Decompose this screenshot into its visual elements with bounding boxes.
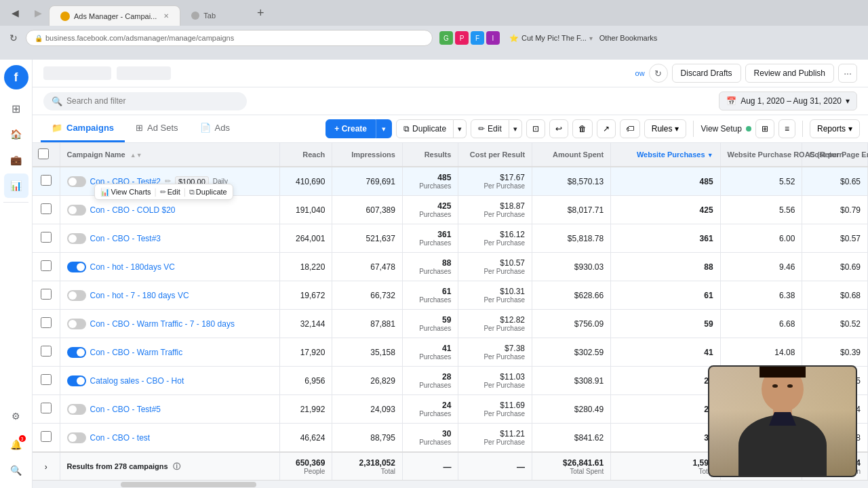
row-5-name[interactable]: Con - hot - 7 - 180 days VC [90,291,189,300]
rules-btn[interactable]: Rules ▾ [644,119,687,138]
row-3-toggle[interactable] [67,233,86,244]
row-2-checkbox[interactable] [41,203,52,214]
col-cost-per-result[interactable]: Cost per Result [458,143,532,167]
footer-info-icon[interactable]: ⓘ [173,462,180,470]
row-2-name[interactable]: Con - CBO - COLD $20 [90,205,176,215]
row-5-toggle[interactable] [67,290,86,301]
col-website-purchases[interactable]: Website Purchases ▼ [611,143,720,167]
ext-icon-1[interactable]: G [439,31,453,45]
row-9-toggle[interactable] [67,404,86,415]
edit-btn-group: ✏ Edit ▾ [471,119,522,138]
col-amount-spent[interactable]: Amount Spent [532,143,611,167]
adsets-icon: ⊞ [136,123,143,133]
expand-icon[interactable]: › [45,462,47,472]
row-1-checkbox[interactable] [41,175,52,186]
row-6-toggle[interactable] [67,319,86,329]
ext-icon-2[interactable]: P [455,31,469,45]
row-10-toggle[interactable] [67,432,86,443]
row-9-name[interactable]: Con - CBO - Test#5 [90,405,161,414]
ext-icon-3[interactable]: F [471,31,484,45]
row-4-name[interactable]: Con - hot - 180days VC [90,262,175,272]
row-4-checkbox[interactable] [41,260,52,271]
list-view-btn[interactable]: ≡ [778,119,795,138]
reload-btn[interactable]: ↻ [5,30,22,46]
bookmark-cutmypic[interactable]: Cut My Pic! The F... [521,34,587,42]
duplicate-dropdown-btn[interactable]: ▾ [454,119,467,138]
row-8-toggle[interactable] [67,375,86,386]
browser-tab-2[interactable]: Tab [182,5,250,26]
row-2-toggle[interactable] [67,205,86,216]
address-bar[interactable]: 🔒 business.facebook.com/adsmanager/manag… [26,30,433,46]
action-icon-1[interactable]: ⊡ [526,119,545,138]
col-impressions[interactable]: Impressions [332,143,403,167]
duplicate-btn[interactable]: ⧉ Duplicate [396,119,454,138]
duplicate-icon: ⧉ [403,124,410,134]
row-1-toggle[interactable] [67,176,86,187]
create-dropdown-btn[interactable]: ▾ [376,119,392,138]
row-3-name[interactable]: Con - CBO - Test#3 [90,234,161,243]
fb-logo[interactable]: f [4,65,28,89]
col-roas[interactable]: Website Purchase ROAS (Return [720,143,802,167]
nav-settings-icon[interactable]: ⚙ [4,404,28,428]
tag-btn[interactable]: 🏷 [620,119,640,138]
nav-home-icon[interactable]: 🏠 [4,122,28,146]
nav-ads-icon[interactable]: 📊 [4,174,28,198]
edit-btn[interactable]: ✏ Edit [471,119,509,138]
row-1-checkbox-cell[interactable] [33,167,60,196]
row-10-name[interactable]: Con - CBO - test [90,433,151,443]
undo-btn[interactable]: ↩ [549,119,568,138]
delete-btn[interactable]: 🗑 [572,119,593,138]
view-charts-btn[interactable]: View Charts [111,188,151,196]
row-5-checkbox[interactable] [41,289,52,300]
row-4-toggle[interactable] [67,262,86,272]
row-10-checkbox[interactable] [41,431,52,442]
inline-edit-btn[interactable]: Edit [167,188,180,196]
browser-forward-btn[interactable]: ▶ [28,3,47,22]
row-7-toggle[interactable] [67,347,86,358]
edit-dropdown-btn[interactable]: ▾ [509,119,522,138]
tab-adsets[interactable]: ⊞ Ad Sets [125,115,189,142]
nav-alert-icon[interactable]: 🔔 3 [4,432,28,457]
more-options-btn[interactable]: ··· [838,64,857,83]
discard-drafts-btn[interactable]: Discard Drafts [672,64,741,83]
col-reach[interactable]: Reach [279,143,332,167]
tab-close-btn[interactable]: ✕ [163,12,169,20]
row-9-checkbox[interactable] [41,403,52,413]
reports-btn[interactable]: Reports ▾ [810,119,860,138]
col-cost-per-page[interactable]: Cost per Page Engagement [802,143,868,167]
search-input[interactable] [66,96,239,106]
tab-ads[interactable]: 📄 Ads [189,115,241,142]
ext-icon-4[interactable]: I [486,31,500,45]
row-3-checkbox[interactable] [41,232,52,243]
grid-view-btn[interactable]: ⊞ [755,119,774,138]
inline-duplicate-btn[interactable]: Duplicate [196,188,227,196]
inline-action-bar: 📊 View Charts | ✏ Edit | ⧉ Duplicate [94,184,233,200]
row-7-checkbox[interactable] [41,346,52,357]
row-8-name[interactable]: Catalog sales - CBO - Hot [90,376,184,386]
nav-search-icon[interactable]: 🔍 [4,458,28,483]
row-6-checkbox[interactable] [41,317,52,328]
new-tab-btn[interactable]: + [251,3,270,22]
col-checkbox[interactable] [33,143,60,167]
row-7-name[interactable]: Con - CBO - Warm Traffic [90,348,183,357]
col-campaign-name[interactable]: Campaign Name ▲▼ [60,143,279,167]
col-results[interactable]: Results [402,143,458,167]
sort-icon: ▲▼ [130,152,142,159]
tab-campaigns[interactable]: 📁 Campaigns [41,115,125,142]
browser-back-btn[interactable]: ◀ [5,3,24,22]
other-bookmarks[interactable]: Other Bookmarks [599,34,658,42]
row-8-checkbox[interactable] [41,374,52,385]
nav-business-icon[interactable]: 💼 [4,148,28,172]
horizontal-scrollbar[interactable] [33,480,868,488]
date-range-picker[interactable]: 📅 Aug 1, 2020 – Aug 31, 2020 ▾ [719,92,857,110]
row-6-name[interactable]: Con - CBO - Warm Traffic - 7 - 180 days [90,319,235,329]
table-row: Con - hot - 7 - 180 days VC 19,672 66,73… [33,281,868,310]
share-btn[interactable]: ↗ [597,119,616,138]
nav-apps-icon[interactable]: ⊞ [4,96,28,121]
browser-tab-active[interactable]: Ads Manager - Campai... ✕ [49,5,180,26]
search-container[interactable]: 🔍 [43,92,247,110]
review-publish-btn[interactable]: Review and Publish [745,64,834,83]
select-all-checkbox[interactable] [38,148,49,159]
create-btn[interactable]: + Create [326,119,376,138]
refresh-btn[interactable]: ↻ [649,64,668,83]
